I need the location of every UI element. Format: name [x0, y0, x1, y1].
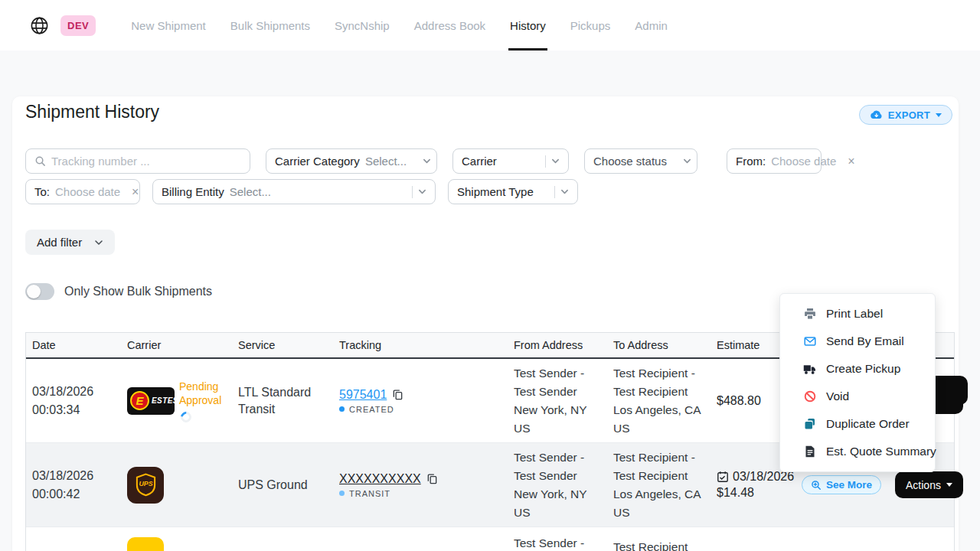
- shipment-date: 03/18/2026: [32, 468, 121, 484]
- estes-logo-text: ESTES: [152, 396, 178, 405]
- only-bulk-shipments-toggle[interactable]: [25, 283, 54, 300]
- duplicate-icon: [803, 418, 816, 430]
- menu-item-print-label[interactable]: Print Label: [780, 300, 935, 328]
- to-address-cell: Test Recipient - Test Recipient Los Ange…: [607, 449, 710, 521]
- column-to-address: To Address: [607, 339, 710, 351]
- top-nav: DEV New Shipment Bulk Shipments SyncNshi…: [0, 0, 980, 51]
- service-name: UPS Ground: [238, 477, 333, 494]
- toggle-knob: [27, 285, 41, 298]
- from-date-placeholder: Choose date: [771, 155, 836, 168]
- nav-item-bulk-shipments[interactable]: Bulk Shipments: [218, 0, 322, 51]
- divider: [554, 186, 555, 198]
- add-filter-button[interactable]: Add filter: [25, 230, 115, 255]
- dhl-logo: [127, 537, 164, 551]
- carrier-select[interactable]: Carrier: [452, 148, 569, 174]
- from-address-cell: Test Sender - Test Sender New York, NY U…: [508, 449, 607, 521]
- status-dot: [339, 491, 345, 496]
- nav-item-pickups[interactable]: Pickups: [558, 0, 623, 51]
- shipment-time: 00:03:34: [32, 402, 121, 419]
- tracking-link[interactable]: 5975401: [339, 388, 387, 402]
- menu-item-void[interactable]: Void: [780, 383, 935, 410]
- menu-item-label: Print Label: [826, 307, 883, 321]
- ups-logo-text: UPS: [139, 480, 152, 487]
- column-date: Date: [26, 339, 121, 351]
- divider: [545, 155, 546, 168]
- nav-item-history[interactable]: History: [498, 0, 558, 51]
- column-carrier: Carrier: [121, 339, 232, 351]
- add-filter-label: Add filter: [37, 236, 82, 249]
- carrier-cell: [121, 537, 232, 551]
- tracking-link[interactable]: XXXXXXXXXX: [339, 472, 421, 486]
- shipment-type-label: Shipment Type: [457, 185, 534, 198]
- menu-item-label: Send By Email: [826, 334, 904, 348]
- menu-item-label: Duplicate Order: [826, 417, 910, 431]
- nav-item-new-shipment[interactable]: New Shipment: [119, 0, 218, 51]
- shipment-type-select[interactable]: Shipment Type: [448, 179, 578, 204]
- see-more-button[interactable]: See More: [802, 475, 881, 494]
- service-cell: LTL Standard Transit: [232, 384, 333, 418]
- close-icon[interactable]: ×: [847, 155, 855, 168]
- date-cell: 03/18/2026 00:03:34: [26, 383, 121, 419]
- estes-logo: E ESTES: [127, 387, 175, 415]
- date-cell: 03/18/2026 00:00:42: [26, 468, 121, 503]
- chevron-down-icon: [683, 157, 691, 165]
- carrier-category-select[interactable]: Carrier Category Select...: [266, 148, 437, 174]
- from-date-field[interactable]: From: Choose date ×: [727, 148, 822, 174]
- ups-logo: UPS: [127, 467, 164, 504]
- service-name: LTL Standard Transit: [238, 384, 333, 418]
- divider: [412, 186, 413, 198]
- carrier-category-label: Carrier Category: [275, 155, 360, 168]
- status-badge: CREATED: [349, 405, 394, 414]
- estes-emblem: E: [130, 391, 149, 410]
- actions-button[interactable]: Actions: [895, 471, 963, 498]
- nav-items: New Shipment Bulk Shipments SyncNship Ad…: [119, 0, 680, 51]
- menu-item-label: Void: [826, 390, 849, 403]
- actions-dropdown-menu: Print Label Send By Email Create Pickup …: [779, 293, 936, 472]
- status-badge: TRANSIT: [349, 489, 390, 498]
- estimate-price: $14.48: [717, 486, 795, 500]
- bulk-toggle-label: Only Show Bulk Shipments: [64, 285, 212, 298]
- document-icon: [803, 445, 816, 458]
- nav-item-address-book[interactable]: Address Book: [402, 0, 498, 51]
- copy-icon[interactable]: [392, 389, 403, 400]
- page-title: Shipment History: [25, 102, 159, 122]
- tracking-number-input[interactable]: [51, 155, 241, 168]
- zoom-in-icon: [811, 480, 822, 491]
- menu-item-label: Create Pickup: [826, 362, 900, 376]
- table-row: Test Sender - Test Recipient: [26, 527, 954, 551]
- search-icon: [34, 155, 46, 167]
- chevron-down-icon: [423, 157, 431, 165]
- estimate-cell: 03/18/2026 $14.48: [710, 470, 795, 500]
- printer-icon: [803, 308, 816, 320]
- shipment-time: 00:00:42: [32, 486, 121, 503]
- billing-entity-label: Billing Entity: [162, 185, 224, 198]
- pending-approval-wrap: Pending Approval: [179, 380, 234, 422]
- chevron-down-icon: [946, 483, 952, 487]
- menu-item-est-quote-summary[interactable]: Est. Quote Summary: [780, 438, 935, 465]
- cloud-download-icon: [870, 109, 883, 120]
- nav-item-admin[interactable]: Admin: [622, 0, 680, 51]
- export-button[interactable]: EXPORT: [859, 105, 952, 125]
- close-icon[interactable]: ×: [131, 186, 139, 198]
- to-date-field[interactable]: To: Choose date ×: [25, 179, 140, 204]
- bulk-toggle-row: Only Show Bulk Shipments: [25, 283, 212, 300]
- from-address-cell: Test Sender -: [508, 535, 607, 551]
- chevron-down-icon: [551, 157, 560, 165]
- column-from-address: From Address: [508, 339, 607, 351]
- dev-badge: DEV: [60, 15, 96, 36]
- billing-entity-select[interactable]: Billing Entity Select...: [152, 179, 436, 204]
- truck-icon: [803, 364, 816, 375]
- carrier-category-value: Select...: [365, 155, 407, 168]
- menu-item-label: Est. Quote Summary: [826, 445, 936, 458]
- copy-icon[interactable]: [426, 473, 438, 484]
- from-address-cell: Test Sender - Test Sender New York, NY U…: [508, 365, 607, 437]
- status-dot: [339, 406, 345, 412]
- menu-item-create-pickup[interactable]: Create Pickup: [780, 355, 935, 383]
- tracking-search-field[interactable]: [25, 148, 250, 174]
- status-select[interactable]: Choose status: [584, 148, 697, 174]
- chevron-down-icon: [418, 187, 426, 196]
- row-actions-cell: See More Actions: [795, 471, 963, 498]
- menu-item-duplicate-order[interactable]: Duplicate Order: [780, 410, 935, 438]
- menu-item-send-by-email[interactable]: Send By Email: [780, 328, 935, 355]
- nav-item-syncnship[interactable]: SyncNship: [322, 0, 402, 51]
